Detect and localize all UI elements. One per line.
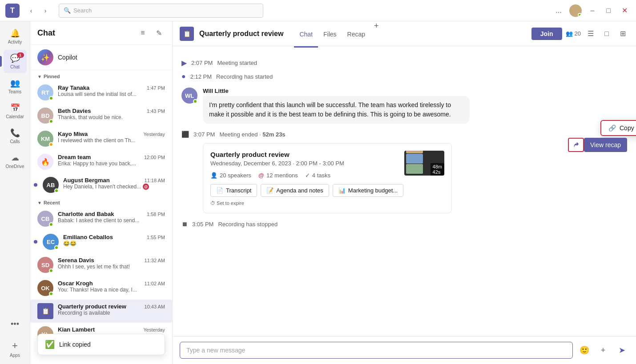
onedrive-icon: ☁ <box>11 153 19 163</box>
sidebar-item-activity[interactable]: 🔔 Activity <box>4 25 27 48</box>
message-time: 10:43 AM <box>145 304 165 309</box>
chat-main: 📋 Quarterly product review Chat Files Re… <box>173 21 636 364</box>
teams-icon: 👥 <box>10 78 20 88</box>
contact-name: Oscar Krogh <box>58 280 93 287</box>
search-bar[interactable]: 🔍 Search <box>59 4 263 18</box>
thumbnail-face <box>406 151 423 153</box>
avatar: CB <box>37 211 53 227</box>
minimize-button[interactable]: – <box>586 4 599 17</box>
thumbnail-face <box>406 164 423 174</box>
sidebar-item-chat[interactable]: 💬 Chat 1 <box>4 50 27 73</box>
title-bar: T ‹ › 🔍 Search ... – □ ✕ <box>0 0 636 21</box>
join-button[interactable]: Join <box>531 28 562 40</box>
pinned-section-label: ▼ Pinned <box>30 70 172 81</box>
user-online-status <box>578 13 582 17</box>
channel-avatar: 📋 <box>37 303 53 319</box>
mentions-count: 12 mentions <box>266 172 298 179</box>
avatar: EC <box>43 234 59 250</box>
list-item[interactable]: KM Kayo Miwa Yesterday I reviewed with t… <box>30 127 172 150</box>
list-item[interactable]: BD Beth Davies 1:43 PM Thanks, that woul… <box>30 104 172 127</box>
message-input[interactable] <box>180 342 573 359</box>
message-preview: Ohhh I see, yes let me fix that! <box>58 264 147 270</box>
filter-button[interactable]: ≡ <box>137 27 149 39</box>
tab-recap[interactable]: Recap <box>342 23 370 48</box>
layout-button[interactable]: ⊞ <box>616 28 629 40</box>
pinned-caret-icon: ▼ <box>37 74 42 79</box>
list-item[interactable]: OK Oscar Krogh 11:02 AM You: Thanks! Hav… <box>30 276 172 300</box>
status-badge <box>193 99 197 104</box>
emoji-button[interactable]: 🙂 <box>577 343 592 357</box>
tab-chat[interactable]: Chat <box>294 23 318 48</box>
budget-button[interactable]: 📊 Marketing budget... <box>333 184 403 197</box>
sidebar-item-calls[interactable]: 📞 Calls <box>4 124 27 148</box>
copy-link-button[interactable]: 🔗 Copy link <box>600 120 636 136</box>
list-item[interactable]: AB August Bergman 11:18 AM Hey Daniela, … <box>30 173 172 196</box>
more-options-button[interactable]: ... <box>552 4 565 17</box>
message-time: Yesterday <box>143 132 165 137</box>
onedrive-label: OneDrive <box>5 164 24 169</box>
message-time: 12:00 PM <box>144 155 165 160</box>
forward-button[interactable]: › <box>39 4 52 17</box>
speakers-count: 20 speakers <box>220 172 251 179</box>
budget-icon: 📊 <box>338 187 346 194</box>
link-icon: 🔗 <box>608 124 616 132</box>
view-recap-button[interactable]: View recap <box>584 138 627 152</box>
whiteboard-button[interactable]: □ <box>600 28 613 40</box>
chat-badge: 1 <box>17 52 24 58</box>
channel-header-right: Join 👥 20 ☰ □ ⊞ <box>531 28 629 40</box>
maximize-button[interactable]: □ <box>602 4 615 17</box>
mentions-icon: @ <box>258 172 264 179</box>
sidebar-item-teams[interactable]: 👥 Teams <box>4 75 27 98</box>
app-logo: T <box>5 4 20 18</box>
list-item[interactable]: 🔥 Dream team 12:00 PM Erika: Happy to ha… <box>30 150 172 173</box>
sidebar-item-more[interactable]: ••• <box>4 312 27 336</box>
share-button[interactable] <box>568 138 584 152</box>
message-preview: Babak: I asked the client to send... <box>58 217 147 224</box>
avatar: WL <box>181 88 197 104</box>
copilot-item[interactable]: ✨ Copilot <box>30 45 172 70</box>
chat-sidebar: Chat ≡ ✎ ✨ Copilot ▼ Pinned RT <box>30 21 173 364</box>
system-message: ● 2:12 PM Recording has started <box>181 72 627 80</box>
list-item[interactable]: EC Emiliano Ceballos 1:55 PM 😂😂 <box>30 230 172 253</box>
tasks-icon: ✓ <box>305 172 310 179</box>
system-time: 3:07 PM <box>193 131 215 138</box>
transcript-button[interactable]: 📄 Transcript <box>210 184 257 197</box>
messages-area: ▶ 2:07 PM Meeting started ● 2:12 PM Reco… <box>173 46 636 336</box>
back-button[interactable]: ‹ <box>25 4 37 17</box>
tasks-stat: ✓ 4 tasks <box>305 172 330 179</box>
channel-icon: 📋 <box>180 27 194 41</box>
close-button[interactable]: ✕ <box>618 4 631 17</box>
activity-label: Activity <box>8 40 22 44</box>
participants-list-button[interactable]: ☰ <box>584 28 597 40</box>
user-avatar[interactable] <box>568 4 583 18</box>
message-block: WL Will Little I'm pretty confident that… <box>181 88 627 124</box>
list-item[interactable]: SD Serena Davis 11:32 AM Ohhh I see, yes… <box>30 253 172 276</box>
contact-name: Emiliano Ceballos <box>63 234 113 240</box>
calendar-label: Calendar <box>6 114 24 119</box>
speakers-icon: 👤 <box>210 172 217 179</box>
copy-link-label: Copy link <box>620 124 636 132</box>
agenda-button[interactable]: 📝 Agenda and notes <box>261 184 329 197</box>
status-badge <box>54 188 59 193</box>
channel-tabs: Chat Files Recap + <box>294 21 382 46</box>
contact-name: Quarterly product review <box>58 303 126 310</box>
send-button[interactable]: ➤ <box>615 343 629 357</box>
message-time: 11:02 AM <box>145 281 165 286</box>
list-item[interactable]: 📋 Quarterly product review 10:43 AM Reco… <box>30 300 172 323</box>
list-item[interactable]: CB Charlotte and Babak 1:58 PM Babak: I … <box>30 207 172 230</box>
sidebar-item-calendar[interactable]: 📅 Calendar <box>4 100 27 123</box>
message-preview: 😂😂 <box>63 240 152 247</box>
thumbnail-face <box>406 154 423 164</box>
toast-text: Link copied <box>59 341 91 348</box>
tab-files[interactable]: Files <box>318 23 342 48</box>
avatar: SD <box>37 257 53 273</box>
system-message: ⏹ 3:05 PM Recording has stopped <box>181 220 627 228</box>
sidebar-item-apps[interactable]: + Apps <box>4 337 27 360</box>
sidebar-item-onedrive[interactable]: ☁ OneDrive <box>4 149 27 172</box>
system-message: ▶ 2:07 PM Meeting started <box>181 59 627 67</box>
search-icon: 🔍 <box>64 7 71 14</box>
list-item[interactable]: RT Ray Tanaka 1:47 PM Louisa will send t… <box>30 81 172 104</box>
add-tab-button[interactable]: + <box>370 21 382 46</box>
attach-button[interactable]: + <box>596 343 610 357</box>
new-chat-button[interactable]: ✎ <box>153 27 165 39</box>
